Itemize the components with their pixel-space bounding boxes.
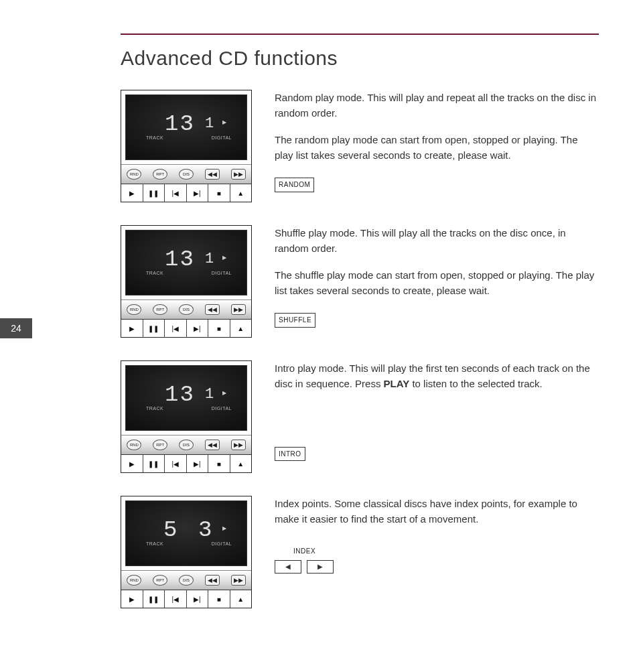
rnd-button[interactable]: RND xyxy=(127,575,141,586)
rnd-button[interactable]: RND xyxy=(127,169,141,180)
panel-col: 13 1 ▶ TRACK DIGITAL RND RPT DIS ◀◀ ▶▶ ▶… xyxy=(121,225,255,338)
top-rule xyxy=(121,33,599,35)
label-track: TRACK xyxy=(146,135,163,140)
panel-col: 13 1 ▶ TRACK DIGITAL RND RPT DIS ◀◀ ▶▶ ▶… xyxy=(121,90,255,202)
label-digital: DIGITAL xyxy=(212,541,232,546)
pause-button[interactable]: ❚❚ xyxy=(143,184,165,202)
pause-button[interactable]: ❚❚ xyxy=(143,590,165,608)
next-track-button[interactable]: ▶| xyxy=(187,184,209,202)
display-sub-value: 1 xyxy=(205,386,215,403)
text-col: Random play mode. This will play and rep… xyxy=(275,90,599,202)
text-col: Intro play mode. This will play the firs… xyxy=(275,360,599,473)
panel-row-2: ▶ ❚❚ |◀ ▶| ■ ▲ xyxy=(121,454,251,472)
dis-button[interactable]: DIS xyxy=(179,304,194,315)
display-sub-value: 1 xyxy=(205,251,215,267)
stop-button[interactable]: ■ xyxy=(208,590,230,608)
paragraph: Index points. Some classical discs have … xyxy=(275,496,599,527)
panel-row-1: RND RPT DIS ◀◀ ▶▶ xyxy=(121,299,251,319)
eject-button[interactable]: ▲ xyxy=(230,455,252,472)
stop-button[interactable]: ■ xyxy=(208,184,230,202)
label-digital: DIGITAL xyxy=(212,135,232,140)
rpt-button[interactable]: RPT xyxy=(153,304,167,315)
label-track: TRACK xyxy=(146,541,163,546)
text-col: Index points. Some classical discs have … xyxy=(275,496,599,608)
paragraph: Random play mode. This will play and rep… xyxy=(275,90,599,121)
fast-forward-button[interactable]: ▶▶ xyxy=(231,169,246,180)
panel-row-2: ▶ ❚❚ |◀ ▶| ■ ▲ xyxy=(121,319,251,337)
play-button[interactable]: ▶ xyxy=(121,184,143,202)
paragraph: The random play mode can start from open… xyxy=(275,132,599,163)
fast-forward-button[interactable]: ▶▶ xyxy=(231,575,246,586)
section-intro: 13 1 ▶ TRACK DIGITAL RND RPT DIS ◀◀ ▶▶ ▶… xyxy=(121,360,599,473)
dis-button[interactable]: DIS xyxy=(179,440,194,450)
prev-track-button[interactable]: |◀ xyxy=(165,590,187,608)
section-index: 5 3 ▶ TRACK DIGITAL RND RPT DIS ◀◀ ▶▶ ▶ … xyxy=(121,496,599,608)
page-number-tab: 24 xyxy=(0,318,32,338)
panel-row-1: RND RPT DIS ◀◀ ▶▶ xyxy=(121,570,251,590)
label-track: TRACK xyxy=(146,271,163,275)
rnd-button[interactable]: RND xyxy=(127,440,141,450)
cd-panel-shuffle: 13 1 ▶ TRACK DIGITAL RND RPT DIS ◀◀ ▶▶ ▶… xyxy=(121,225,252,338)
display-left-value: 5 xyxy=(163,517,178,543)
next-track-button[interactable]: ▶| xyxy=(187,590,209,608)
next-track-button[interactable]: ▶| xyxy=(187,455,209,472)
paragraph: The shuffle play mode can start from ope… xyxy=(275,267,599,299)
display-main-value: 13 xyxy=(165,111,195,137)
display-right-value: 3 xyxy=(198,517,213,543)
play-indicator-icon: ▶ xyxy=(222,119,226,125)
index-key-block: INDEX ◀ ▶ xyxy=(275,546,599,574)
rpt-button[interactable]: RPT xyxy=(153,575,167,586)
rewind-button[interactable]: ◀◀ xyxy=(205,304,220,315)
stop-button[interactable]: ■ xyxy=(208,320,230,337)
key-label-random: RANDOM xyxy=(275,178,314,192)
page-title: Advanced CD functions xyxy=(121,47,599,70)
next-track-button[interactable]: ▶| xyxy=(187,320,209,337)
rpt-button[interactable]: RPT xyxy=(153,440,167,450)
cd-panel-random: 13 1 ▶ TRACK DIGITAL RND RPT DIS ◀◀ ▶▶ ▶… xyxy=(121,90,252,202)
panel-row-1: RND RPT DIS ◀◀ ▶▶ xyxy=(121,435,251,454)
text-col: Shuffle play mode. This will play all th… xyxy=(275,225,599,338)
play-button[interactable]: ▶ xyxy=(121,455,143,472)
play-indicator-icon: ▶ xyxy=(222,255,226,261)
eject-button[interactable]: ▲ xyxy=(230,590,252,608)
rnd-button[interactable]: RND xyxy=(127,304,141,315)
pause-button[interactable]: ❚❚ xyxy=(143,455,165,472)
bold-word: PLAY xyxy=(384,378,410,389)
rewind-button[interactable]: ◀◀ xyxy=(205,575,220,586)
eject-button[interactable]: ▲ xyxy=(230,184,252,202)
dis-button[interactable]: DIS xyxy=(179,575,194,586)
paragraph: Shuffle play mode. This will play all th… xyxy=(275,225,599,257)
index-next-button: ▶ xyxy=(307,560,334,574)
index-prev-button: ◀ xyxy=(275,560,301,574)
panel-col: 5 3 ▶ TRACK DIGITAL RND RPT DIS ◀◀ ▶▶ ▶ … xyxy=(121,496,255,608)
page-number: 24 xyxy=(11,323,21,334)
cd-display: 13 1 ▶ TRACK DIGITAL xyxy=(125,94,247,160)
cd-panel-index: 5 3 ▶ TRACK DIGITAL RND RPT DIS ◀◀ ▶▶ ▶ … xyxy=(121,496,252,608)
display-main-value: 13 xyxy=(165,382,195,407)
section-shuffle: 13 1 ▶ TRACK DIGITAL RND RPT DIS ◀◀ ▶▶ ▶… xyxy=(121,225,599,338)
play-button[interactable]: ▶ xyxy=(121,320,143,337)
cd-display: 13 1 ▶ TRACK DIGITAL xyxy=(125,230,247,295)
fast-forward-button[interactable]: ▶▶ xyxy=(231,440,246,450)
text: to listen to the selected track. xyxy=(409,378,542,389)
panel-col: 13 1 ▶ TRACK DIGITAL RND RPT DIS ◀◀ ▶▶ ▶… xyxy=(121,360,255,473)
prev-track-button[interactable]: |◀ xyxy=(165,184,187,202)
play-indicator-icon: ▶ xyxy=(222,390,226,396)
rewind-button[interactable]: ◀◀ xyxy=(205,169,220,180)
rpt-button[interactable]: RPT xyxy=(153,169,167,180)
section-random: 13 1 ▶ TRACK DIGITAL RND RPT DIS ◀◀ ▶▶ ▶… xyxy=(121,90,599,202)
label-track: TRACK xyxy=(146,406,163,411)
eject-button[interactable]: ▲ xyxy=(230,320,252,337)
cd-panel-intro: 13 1 ▶ TRACK DIGITAL RND RPT DIS ◀◀ ▶▶ ▶… xyxy=(121,360,252,473)
prev-track-button[interactable]: |◀ xyxy=(165,320,187,337)
display-sub-value: 1 xyxy=(205,115,215,132)
prev-track-button[interactable]: |◀ xyxy=(165,455,187,472)
index-buttons: ◀ ▶ xyxy=(275,560,599,574)
dis-button[interactable]: DIS xyxy=(179,169,194,180)
stop-button[interactable]: ■ xyxy=(208,455,230,472)
cd-display: 5 3 ▶ TRACK DIGITAL xyxy=(125,500,247,566)
pause-button[interactable]: ❚❚ xyxy=(143,320,165,337)
fast-forward-button[interactable]: ▶▶ xyxy=(231,304,246,315)
play-button[interactable]: ▶ xyxy=(121,590,143,608)
rewind-button[interactable]: ◀◀ xyxy=(205,440,220,450)
